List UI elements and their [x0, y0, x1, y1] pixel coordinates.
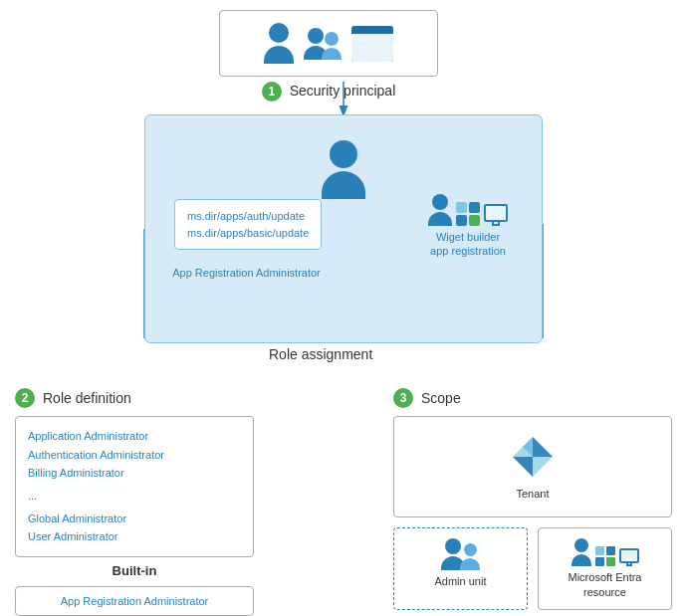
scope-bottom-row: Admin unit — [393, 527, 672, 610]
widget-builder: Wiget builder app registration — [428, 194, 508, 259]
role-def-builtin-label: Built-in — [15, 563, 254, 578]
ms-entra-label: Microsoft Entra resource — [551, 570, 659, 599]
ms-entra-monitor-icon — [619, 548, 639, 563]
role-def-builtin-box: Application Administrator Authentication… — [15, 416, 254, 557]
role-assignment-label: Role assignment — [269, 346, 372, 362]
ms-entra-box: Microsoft Entra resource — [538, 527, 672, 610]
scope-tenant-box: Tenant — [393, 416, 672, 517]
widget-grid-icon — [456, 202, 480, 226]
app-reg-inner-box: ms.dir/apps/auth/update ms.dir/apps/basi… — [174, 199, 322, 250]
app-reg-admin-label: App Registration Administrator — [169, 267, 324, 279]
security-principal-box — [219, 10, 438, 77]
step2-label: Role definition — [43, 390, 131, 406]
admin-unit-box: Admin unit — [393, 527, 528, 610]
widget-builder-label: Wiget builder app registration — [428, 230, 508, 259]
app-reg-line2: ms.dir/apps/basic/update — [187, 225, 309, 242]
widget-person-icon — [428, 194, 452, 226]
security-principal-label: 1 Security principal — [229, 82, 428, 102]
svg-marker-11 — [533, 437, 553, 457]
person-icon — [264, 23, 294, 64]
widget-monitor-icon — [484, 204, 508, 222]
role-item-2: Billing Administrator — [28, 464, 241, 483]
role-item-0: Application Administrator — [28, 427, 241, 446]
role-item-5: User Administrator — [28, 527, 241, 546]
svg-marker-12 — [513, 457, 533, 477]
scope-section: 3 Scope Tenant — [393, 388, 672, 610]
role-item-1: Authentication Administrator — [28, 446, 241, 465]
role-item-ellipsis: ... — [28, 487, 241, 506]
tenant-label: Tenant — [516, 487, 549, 501]
admin-unit-label: Admin unit — [435, 574, 487, 588]
step3-circle: 3 — [393, 388, 413, 408]
scope-title: 3 Scope — [393, 388, 672, 408]
tenant-icon — [509, 433, 557, 481]
role-item-4: Global Administrator — [28, 510, 241, 528]
app-icon — [351, 26, 393, 62]
step1-label: Security principal — [290, 83, 396, 99]
group-icon — [304, 28, 342, 60]
step3-label: Scope — [421, 390, 461, 406]
role-person-icon — [322, 140, 365, 199]
role-def-custom-box: App Registration Administrator — [15, 586, 254, 616]
step2-circle: 2 — [15, 388, 35, 408]
ms-entra-grid-icon — [595, 546, 615, 566]
ms-entra-icons — [572, 538, 639, 566]
role-def-custom-item: App Registration Administrator — [61, 595, 209, 607]
diagram-container: 1 Security principal ms.dir/apps/auth/up… — [0, 0, 687, 616]
admin-unit-icon — [441, 538, 480, 570]
role-def-title: 2 Role definition — [15, 388, 254, 408]
app-reg-line1: ms.dir/apps/auth/update — [187, 208, 309, 225]
step1-circle: 1 — [262, 82, 282, 102]
role-definition-section: 2 Role definition Application Administra… — [15, 388, 254, 616]
